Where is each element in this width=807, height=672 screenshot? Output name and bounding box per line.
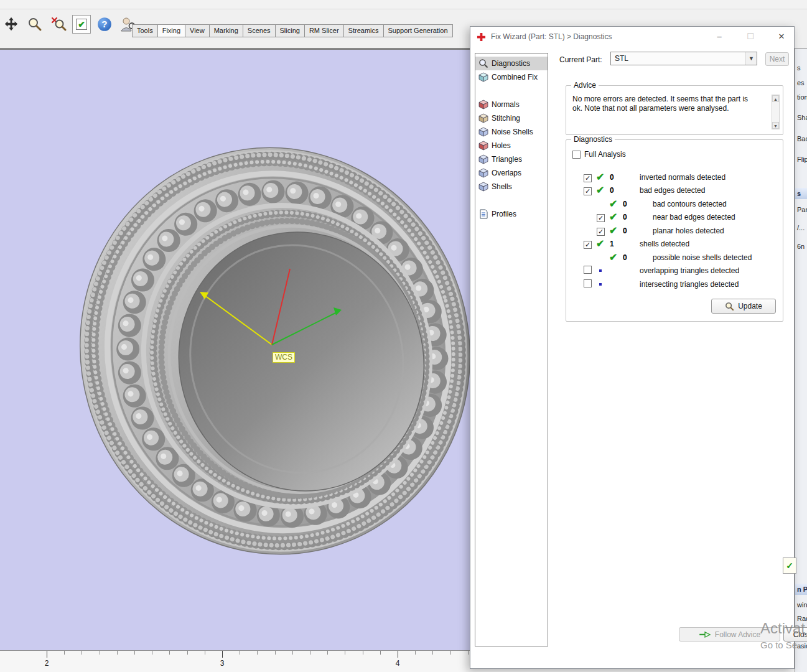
sidebar-item-normals[interactable]: Normals	[475, 98, 548, 111]
diagnostic-label: bad contours detected	[653, 200, 727, 208]
sidebar-item-diagnostics[interactable]: Diagnostics	[475, 57, 548, 70]
zoom-icon[interactable]	[25, 14, 45, 35]
sidebar-item-label: Diagnostics	[492, 59, 530, 68]
sidebar-item-stitching[interactable]: Stitching	[475, 111, 548, 125]
tab-tools[interactable]: Tools	[132, 24, 158, 37]
tab-streamics[interactable]: Streamics	[343, 24, 384, 37]
sidebar-item-noise-shells[interactable]: Noise Shells	[475, 125, 548, 139]
sidebar-item-label: Combined Fix	[492, 73, 538, 82]
cube-tan-icon	[478, 113, 488, 123]
green-check-icon: ✔	[596, 172, 604, 182]
current-part-dropdown[interactable]: STL ▼	[610, 52, 757, 65]
sidebar-item-triangles[interactable]: Triangles	[475, 152, 548, 166]
cube-cyan-icon	[478, 72, 488, 82]
sidebar-gap	[475, 84, 548, 98]
tab-scenes[interactable]: Scenes	[243, 24, 276, 37]
status-slot: ✔	[609, 226, 623, 236]
diagnostic-checkbox[interactable]: ✓	[584, 187, 592, 195]
tab-rm-slicer[interactable]: RM Slicer	[304, 24, 344, 37]
sidebar-item-holes[interactable]: Holes	[475, 139, 548, 152]
sidebar-item-label: Profiles	[492, 210, 516, 218]
next-button[interactable]: Next	[765, 52, 789, 66]
status-slot	[596, 269, 610, 272]
cube-blue-icon	[478, 154, 488, 164]
checkbox-slot	[584, 279, 596, 290]
dialog-titlebar[interactable]: Fix Wizard (Part: STL) > Diagnostics – ☐…	[470, 27, 794, 47]
sidebar-item-label: Normals	[492, 100, 520, 109]
diagnostic-row: ✓✔1shells detected	[584, 238, 783, 251]
full-analysis-row: Full Analysis	[572, 150, 626, 159]
diagnostic-label: possible noise shells detected	[653, 253, 752, 262]
diagnostic-label: bad edges detected	[640, 186, 705, 195]
diagnostic-label: overlapping triangles detected	[640, 266, 739, 275]
verify-checkbox-icon[interactable]: ✔	[72, 15, 91, 34]
panel-check-button[interactable]: ✓	[783, 558, 796, 574]
minimize-button[interactable]: –	[712, 30, 727, 43]
close-window-button[interactable]: ✕	[774, 30, 789, 43]
clipped-text-fragment: n Pa	[795, 584, 807, 595]
app-titlebar-strip	[0, 0, 807, 9]
full-analysis-label: Full Analysis	[584, 150, 626, 159]
svg-text:?: ?	[101, 19, 107, 29]
diagnostic-label: intersecting triangles detected	[640, 280, 739, 289]
cube-blue-icon	[478, 168, 488, 178]
follow-advice-button[interactable]: Follow Advice	[679, 627, 780, 642]
verify-check-glyph: ✔	[76, 19, 87, 30]
status-slot: ✔	[596, 172, 610, 182]
diagnostic-checkbox[interactable]: ✓	[597, 228, 605, 236]
cube-blue-icon	[478, 182, 488, 192]
sidebar-item-profiles[interactable]: Profiles	[475, 207, 548, 221]
close-button[interactable]: Close	[783, 627, 807, 642]
maximize-button[interactable]: ☐	[743, 30, 758, 43]
status-slot: ✔	[596, 239, 610, 249]
checkbox-slot: ✓	[584, 185, 596, 196]
green-arrow-icon	[699, 630, 711, 639]
clipped-text-fragment: Part	[797, 206, 807, 213]
diagnostic-checkbox[interactable]	[584, 266, 592, 274]
help-icon[interactable]: ?	[95, 14, 114, 35]
document-icon	[478, 209, 488, 219]
advice-text: No more errors are detected. It seems th…	[572, 95, 759, 113]
advice-scrollbar[interactable]: ▲ ▼	[772, 95, 780, 129]
diagnostic-row: ✓✔0inverted normals detected	[584, 170, 783, 184]
cube-red-icon	[478, 141, 488, 151]
diagnostic-checkbox[interactable]: ✓	[584, 241, 592, 249]
blue-dot-icon	[599, 269, 602, 272]
update-label: Update	[738, 302, 762, 310]
diagnostic-checkbox[interactable]: ✓	[584, 174, 592, 182]
clipped-text-fragment: wing	[797, 601, 807, 609]
update-button[interactable]: Update	[711, 299, 776, 314]
sidebar-item-combined-fix[interactable]: Combined Fix	[475, 70, 548, 84]
tab-support-generation[interactable]: Support Generation	[383, 24, 453, 37]
status-slot: ✔	[609, 212, 623, 222]
sidebar-item-label: Noise Shells	[492, 128, 533, 136]
tab-slicing[interactable]: Slicing	[275, 24, 305, 37]
diagnostics-rows: ✓✔0inverted normals detected✓✔0bad edges…	[566, 170, 783, 291]
diagnostic-row: intersecting triangles detected	[584, 278, 783, 291]
clipped-text-fragment: es	[797, 79, 805, 86]
status-slot: ✔	[596, 185, 610, 195]
tab-fixing[interactable]: Fixing	[157, 24, 185, 37]
scroll-down-icon[interactable]: ▼	[772, 122, 779, 129]
green-check-icon: ✔	[609, 253, 617, 263]
clipped-text-fragment: Sha	[797, 114, 807, 121]
zoom-remove-icon[interactable]	[49, 14, 68, 35]
sidebar-item-overlaps[interactable]: Overlaps	[475, 166, 548, 180]
materialise-logo-icon	[477, 32, 486, 42]
diagnostic-row: ✓✔0planar holes detected	[597, 224, 783, 238]
checkbox-slot: ✓	[597, 225, 609, 236]
green-check-icon: ✔	[609, 226, 617, 236]
move-icon[interactable]	[1, 14, 21, 35]
application-window: ✔ ? ToolsFixingViewMarkingScenesSlicingR…	[0, 0, 807, 672]
scroll-up-icon[interactable]: ▲	[772, 95, 779, 102]
sidebar-item-shells[interactable]: Shells	[475, 180, 548, 194]
tab-marking[interactable]: Marking	[209, 24, 243, 37]
diagnostic-label: near bad edges detected	[653, 213, 735, 222]
tab-view[interactable]: View	[185, 24, 210, 37]
clipped-text-fragment: asic	[797, 642, 807, 650]
diagnostic-checkbox[interactable]: ✓	[597, 214, 605, 222]
full-analysis-checkbox[interactable]	[572, 151, 581, 159]
diagnostic-label: planar holes detected	[653, 226, 724, 235]
chevron-down-icon[interactable]: ▼	[745, 52, 757, 65]
diagnostic-checkbox[interactable]	[584, 279, 592, 287]
